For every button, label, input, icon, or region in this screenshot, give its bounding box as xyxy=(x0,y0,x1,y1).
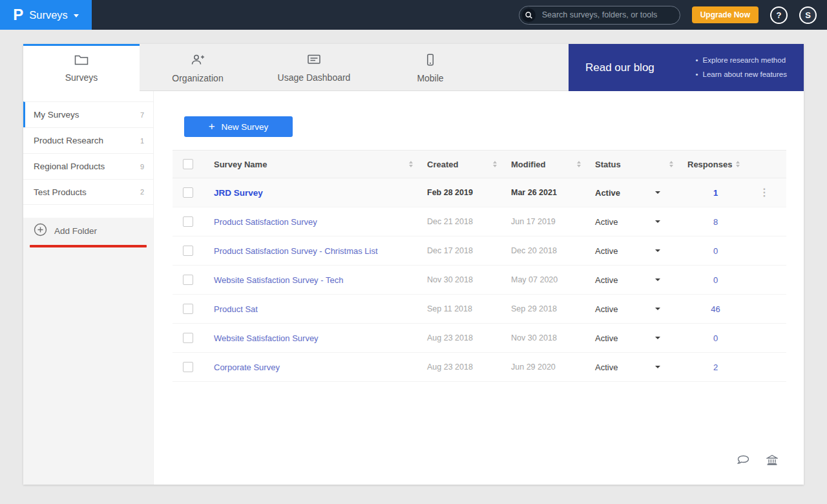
annotation-red-underline xyxy=(30,245,147,247)
plus-circle-icon xyxy=(34,223,47,239)
new-survey-button[interactable]: + New Survey xyxy=(184,116,293,137)
folder-label: Regional Products xyxy=(34,162,105,171)
search-icon xyxy=(522,8,536,22)
table-row: Corporate Survey Aug 23 2018 Jun 29 2020… xyxy=(173,353,786,382)
sort-icon[interactable] xyxy=(736,161,740,167)
tab-label: Usage Dashboard xyxy=(278,72,351,83)
modified-date: Dec 20 2018 xyxy=(511,246,557,255)
responses-count[interactable]: 1 xyxy=(713,188,718,198)
status-label: Active xyxy=(595,188,620,198)
column-header-created[interactable]: Created xyxy=(417,160,501,169)
status-dropdown[interactable]: Active xyxy=(585,333,677,343)
plus-icon: + xyxy=(209,121,215,132)
row-menu-button[interactable]: ⋮ xyxy=(759,187,769,198)
blog-banner-bullets: Explore research method Learn about new … xyxy=(687,54,787,82)
sort-icon[interactable] xyxy=(669,161,673,167)
status-label: Active xyxy=(595,217,618,227)
sort-icon[interactable] xyxy=(409,161,413,167)
status-dropdown[interactable]: Active xyxy=(585,217,677,227)
responses-count[interactable]: 46 xyxy=(711,304,720,314)
column-label: Created xyxy=(427,160,458,169)
survey-name-link[interactable]: Product Sat xyxy=(214,304,258,314)
sidebar-item-my-surveys[interactable]: My Surveys 7 xyxy=(23,101,153,127)
column-label: Modified xyxy=(511,160,545,169)
folder-count: 7 xyxy=(140,111,144,119)
status-dropdown[interactable]: Active xyxy=(585,188,677,198)
folder-label: Product Research xyxy=(34,136,103,145)
row-checkbox[interactable] xyxy=(183,333,193,343)
table-row: Product Satisfaction Survey Dec 21 2018 … xyxy=(173,207,786,236)
row-checkbox[interactable] xyxy=(183,362,193,372)
status-dropdown[interactable]: Active xyxy=(585,275,677,285)
tab-organization[interactable]: Organization xyxy=(140,44,256,91)
column-header-survey-name[interactable]: Survey Name xyxy=(204,160,417,169)
row-checkbox[interactable] xyxy=(183,275,193,285)
column-header-modified[interactable]: Modified xyxy=(501,160,585,169)
help-button[interactable]: ? xyxy=(770,6,788,24)
chevron-down-icon xyxy=(655,278,660,281)
modified-date: Jun 29 2020 xyxy=(511,362,556,372)
new-survey-label: New Survey xyxy=(222,122,269,132)
sort-icon[interactable] xyxy=(577,161,581,167)
header-checkbox-cell xyxy=(173,159,204,169)
survey-name-link[interactable]: Website Satisfaction Survey xyxy=(214,333,319,343)
modified-date: Mar 26 2021 xyxy=(511,188,557,197)
dashboard-icon xyxy=(307,54,321,68)
app-switcher-dropdown[interactable]: P Surveys xyxy=(0,0,92,30)
add-folder-button[interactable]: Add Folder xyxy=(23,218,153,244)
sidebar-item-regional-products[interactable]: Regional Products 9 xyxy=(23,153,153,179)
sidebar-lower-section: Add Folder xyxy=(23,218,153,485)
status-dropdown[interactable]: Active xyxy=(585,362,677,372)
avatar[interactable]: S xyxy=(799,6,817,24)
responses-count[interactable]: 0 xyxy=(713,333,718,343)
status-dropdown[interactable]: Active xyxy=(585,246,677,256)
row-checkbox[interactable] xyxy=(183,246,193,256)
product-title: Surveys xyxy=(29,9,68,21)
survey-name-link[interactable]: JRD Survey xyxy=(214,188,263,198)
column-header-responses[interactable]: Responses xyxy=(677,160,745,169)
upgrade-now-button[interactable]: Upgrade Now xyxy=(692,6,759,23)
app-logo: P xyxy=(13,7,23,23)
people-add-icon xyxy=(190,54,205,68)
created-date: Sep 11 2018 xyxy=(427,304,472,313)
survey-name-link[interactable]: Product Satisfaction Survey - Christmas … xyxy=(214,246,378,256)
row-checkbox[interactable] xyxy=(183,216,193,227)
status-label: Active xyxy=(595,304,618,314)
created-date: Nov 30 2018 xyxy=(427,275,473,284)
responses-count[interactable]: 0 xyxy=(713,246,718,256)
sort-icon[interactable] xyxy=(493,161,497,167)
responses-count[interactable]: 8 xyxy=(713,217,718,227)
table-row: Website Satisfaction Survey Aug 23 2018 … xyxy=(173,324,786,353)
sidebar-item-product-research[interactable]: Product Research 1 xyxy=(23,127,153,153)
sidebar-item-test-products[interactable]: Test Products 2 xyxy=(23,179,153,205)
blog-banner[interactable]: Read our blog Explore research method Le… xyxy=(569,44,804,91)
survey-name-link[interactable]: Website Satisfaction Survey - Tech xyxy=(214,275,343,285)
chevron-down-icon xyxy=(655,366,660,368)
survey-name-link[interactable]: Corporate Survey xyxy=(214,362,280,372)
folder-count: 9 xyxy=(140,163,144,171)
bank-icon[interactable] xyxy=(766,454,778,468)
search-input[interactable] xyxy=(541,10,673,20)
status-dropdown[interactable]: Active xyxy=(585,304,677,314)
row-checkbox[interactable] xyxy=(183,304,193,314)
column-label: Responses xyxy=(687,160,732,169)
responses-count[interactable]: 0 xyxy=(713,275,718,285)
table-row: Website Satisfaction Survey - Tech Nov 3… xyxy=(173,266,786,295)
survey-name-link[interactable]: Product Satisfaction Survey xyxy=(214,217,317,227)
folders-sidebar: My Surveys 7 Product Research 1 Regional… xyxy=(23,91,154,485)
table-row: Product Satisfaction Survey - Christmas … xyxy=(173,236,786,266)
select-all-checkbox[interactable] xyxy=(183,159,193,169)
tab-surveys[interactable]: Surveys xyxy=(23,44,140,91)
row-checkbox[interactable] xyxy=(183,187,193,198)
tab-label: Mobile xyxy=(417,73,443,83)
table-header: Survey Name Created Modified Status xyxy=(173,150,786,178)
tab-usage-dashboard[interactable]: Usage Dashboard xyxy=(256,44,372,91)
feedback-icon[interactable] xyxy=(737,455,749,468)
main-card: Surveys Organization Usage Dashboard Mob… xyxy=(23,44,804,485)
column-header-status[interactable]: Status xyxy=(585,160,677,169)
created-date: Aug 23 2018 xyxy=(427,333,473,342)
responses-count[interactable]: 2 xyxy=(713,362,718,372)
created-date: Dec 17 2018 xyxy=(427,246,473,255)
folder-icon xyxy=(74,54,89,68)
tab-mobile[interactable]: Mobile xyxy=(372,44,488,91)
